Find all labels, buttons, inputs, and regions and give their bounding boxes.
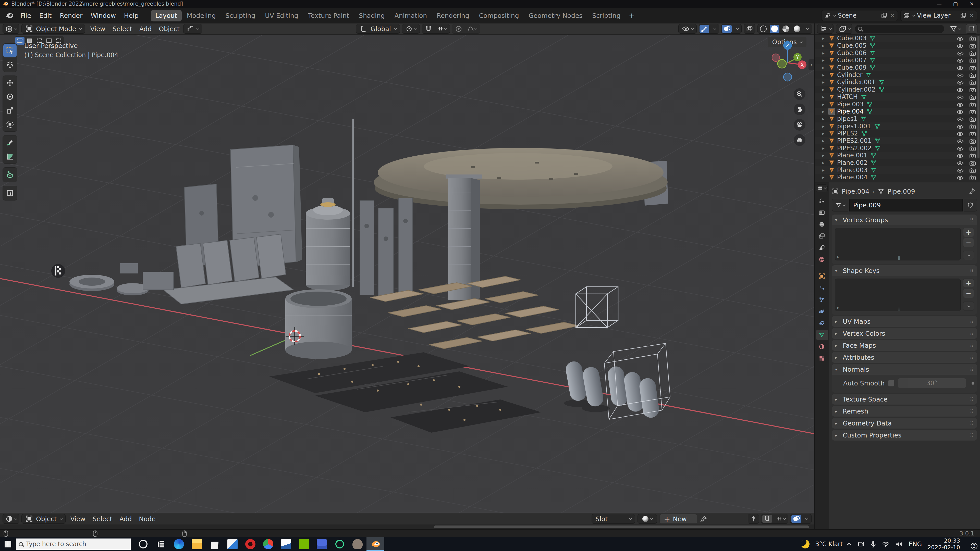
notification-center[interactable]: 3 [966, 540, 976, 548]
mesh-object-icon[interactable] [829, 123, 835, 130]
mesh-object-icon[interactable] [829, 174, 835, 181]
shader-overlays-toggle[interactable] [791, 515, 801, 523]
mesh-data-icon[interactable] [874, 123, 880, 129]
add-vertex-group-button[interactable]: + [963, 228, 974, 237]
new-view-layer-icon[interactable] [960, 12, 966, 19]
shader-parent-button[interactable] [748, 514, 759, 524]
grip-icon[interactable]: ⠿ [970, 355, 974, 360]
weather-moon-icon[interactable] [801, 540, 810, 548]
disclosure-triangle-icon[interactable]: ▸ [822, 79, 826, 85]
disclosure-triangle-icon[interactable]: ▸ [822, 168, 826, 173]
xray-toggle[interactable] [744, 24, 756, 34]
tab-world[interactable] [816, 254, 828, 265]
new-material-button[interactable]: + New [659, 514, 697, 524]
hide-in-viewport-toggle[interactable] [956, 87, 964, 92]
add-workspace-button[interactable]: + [626, 11, 638, 21]
tool-measure[interactable] [3, 150, 17, 163]
tab-view-layer[interactable] [816, 231, 828, 241]
disclosure-triangle-icon[interactable]: ▸ [822, 58, 826, 63]
outliner-item[interactable]: ▸ Cube.003 [815, 35, 980, 42]
disable-in-renders-toggle[interactable] [969, 146, 976, 151]
proportional-edit-toggle[interactable] [454, 25, 463, 33]
outliner-item[interactable]: ▸ HATCH [815, 94, 980, 101]
taskbar-app-red[interactable] [242, 537, 259, 551]
disable-in-renders-toggle[interactable] [969, 175, 976, 180]
shader-menu-select[interactable]: Select [89, 514, 116, 524]
hide-in-viewport-toggle[interactable] [956, 65, 964, 70]
object-name[interactable]: Plane.003 [837, 167, 867, 174]
disclosure-triangle-icon[interactable]: ▸ [822, 131, 826, 136]
start-button[interactable] [0, 537, 16, 551]
tab-shading[interactable]: Shading [354, 10, 390, 21]
viewport-menu-select[interactable]: Select [109, 25, 136, 33]
disclosure-triangle-icon[interactable]: ▸ [822, 51, 826, 56]
tab-modifiers[interactable] [816, 283, 828, 293]
panel-custom-properties-header[interactable]: ▸ Custom Properties ⠿ [832, 430, 977, 441]
shape-keys-list[interactable]: ▸ ⣿ [835, 279, 961, 311]
remove-shape-key-button[interactable]: − [963, 289, 974, 298]
mesh-object-icon[interactable] [829, 108, 835, 115]
disclosure-triangle-icon[interactable]: ▸ [822, 116, 826, 121]
snap-toggle-button[interactable] [424, 25, 433, 33]
view-layer-selector[interactable]: View Layer × [900, 10, 977, 21]
breadcrumb-data[interactable]: Pipe.009 [887, 188, 915, 195]
tool-transform[interactable] [3, 118, 17, 131]
disable-in-renders-toggle[interactable] [969, 51, 976, 56]
mesh-data-icon[interactable] [861, 130, 867, 137]
mesh-object-icon[interactable] [829, 79, 835, 86]
outliner-item[interactable]: ▸ Pipe.004 [815, 108, 980, 115]
visibility-dropdown[interactable] [678, 24, 697, 34]
taskbar-search[interactable] [16, 538, 130, 550]
tab-render[interactable] [816, 207, 828, 218]
tab-texture-paint[interactable]: Texture Paint [304, 10, 354, 21]
viewport-canvas[interactable]: Options User Perspective (1) Scene Colle… [0, 35, 814, 513]
tab-particles[interactable] [816, 295, 828, 305]
tab-texture[interactable] [816, 353, 828, 364]
tool-rotate[interactable] [3, 90, 17, 103]
shape-key-specials-button[interactable] [963, 302, 974, 311]
grip-icon[interactable]: ⠿ [970, 343, 974, 348]
taskbar-mail[interactable] [224, 537, 242, 551]
object-name[interactable]: Cube.009 [837, 64, 866, 71]
outliner-item[interactable]: ▸ Pipe.003 [815, 100, 980, 108]
panel-uv-maps-header[interactable]: ▸ UV Maps ⠿ [832, 316, 977, 327]
taskbar-nvidia[interactable] [295, 537, 313, 551]
tab-rendering[interactable]: Rendering [432, 10, 474, 21]
hide-in-viewport-toggle[interactable] [956, 168, 964, 173]
mesh-object-icon[interactable] [829, 138, 835, 144]
disable-in-renders-toggle[interactable] [969, 116, 976, 121]
disclosure-triangle-icon[interactable]: ▸ [822, 124, 826, 129]
disclosure-triangle-icon[interactable]: ▸ [822, 94, 826, 100]
taskbar-solitaire[interactable] [277, 537, 295, 551]
tool-annotate[interactable] [3, 136, 17, 149]
tab-scripting[interactable]: Scripting [587, 10, 625, 21]
clock[interactable]: 20:33 2022-02-10 [928, 537, 960, 551]
snap-settings-dropdown[interactable] [435, 25, 448, 33]
tab-scene[interactable] [816, 243, 828, 253]
object-name[interactable]: Cylinder.001 [837, 79, 876, 86]
close-button[interactable]: ✕ [964, 0, 980, 8]
outliner-item[interactable]: ▸ Cube.005 [815, 42, 980, 49]
add-shape-key-button[interactable]: + [963, 279, 974, 288]
wifi-icon[interactable] [882, 541, 890, 547]
taskbar-file-explorer[interactable] [188, 537, 206, 551]
menu-window[interactable]: Window [87, 11, 119, 21]
mesh-browse-button[interactable] [832, 199, 848, 211]
blender-menu-icon[interactable] [5, 11, 14, 20]
object-name[interactable]: Cylinder [837, 71, 862, 79]
mesh-data-icon[interactable] [870, 65, 876, 71]
shader-menu-view[interactable]: View [67, 514, 89, 524]
disable-in-renders-toggle[interactable] [969, 102, 976, 107]
datablock-name-field[interactable]: Pipe.009 [850, 199, 963, 211]
taskbar-gimp[interactable] [348, 537, 366, 551]
grip-icon[interactable]: ⠿ [970, 421, 974, 426]
mesh-data-icon[interactable] [870, 50, 876, 56]
mesh-data-icon[interactable] [861, 94, 867, 100]
resize-handle-icon[interactable]: ▸ [837, 254, 839, 259]
taskbar-ubisoft[interactable] [331, 537, 348, 551]
tab-layout[interactable]: Layout [151, 10, 182, 21]
taskbar-edge[interactable] [170, 537, 188, 551]
shader-editor-type-button[interactable] [3, 514, 19, 524]
mesh-object-icon[interactable] [829, 35, 835, 41]
disclosure-triangle-icon[interactable]: ▸ [822, 138, 826, 143]
